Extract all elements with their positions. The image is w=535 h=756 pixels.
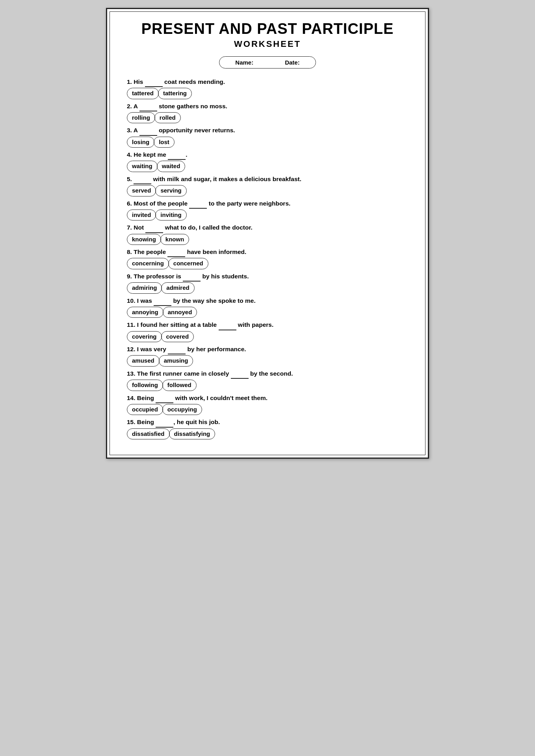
question-text: 7. Not what to do, I called the doctor. (127, 223, 408, 233)
option-item[interactable]: invited (127, 209, 156, 221)
option-item[interactable]: serving (155, 185, 186, 196)
question-text: 13. The first runner came in closely by … (127, 369, 408, 379)
option-item[interactable]: annoying (127, 307, 163, 318)
question-text: 14. Being with work, I couldn't meet the… (127, 393, 408, 403)
options-row: followingfollowed (127, 380, 408, 391)
question-block: 10. I was by the way she spoke to me.ann… (127, 296, 408, 318)
question-text: 11. I found her sitting at a table with … (127, 320, 408, 330)
option-item[interactable]: tattering (158, 88, 192, 99)
option-item[interactable]: losing (127, 137, 154, 148)
question-text: 2. A stone gathers no moss. (127, 102, 408, 111)
question-text: 6. Most of the people to the party were … (127, 199, 408, 209)
option-item[interactable]: admired (161, 282, 194, 294)
question-text: 15. Being , he quit his job. (127, 417, 408, 427)
options-row: invitedinviting (127, 209, 408, 221)
options-row: waitingwaited (127, 161, 408, 172)
question-block: 13. The first runner came in closely by … (127, 369, 408, 391)
option-item[interactable]: rolled (154, 112, 181, 124)
question-text: 9. The professor is by his students. (127, 272, 408, 282)
question-block: 15. Being , he quit his job.dissatisfied… (127, 417, 408, 439)
option-item[interactable]: dissatisfied (127, 428, 170, 440)
question-text: 5. with milk and sugar, it makes a delic… (127, 174, 408, 184)
option-item[interactable]: rolling (127, 112, 155, 124)
question-block: 3. A opportunity never returns.losinglos… (127, 126, 408, 148)
option-item[interactable]: waited (157, 161, 186, 172)
question-block: 9. The professor is by his students.admi… (127, 272, 408, 294)
option-item[interactable]: annoyed (163, 307, 197, 318)
question-block: 7. Not what to do, I called the doctor.k… (127, 223, 408, 245)
option-item[interactable]: served (127, 185, 156, 196)
name-label: Name: (235, 59, 253, 66)
option-item[interactable]: knowing (127, 234, 161, 245)
question-block: 11. I found her sitting at a table with … (127, 320, 408, 342)
option-item[interactable]: concerned (168, 258, 208, 269)
option-item[interactable]: occupied (127, 404, 163, 415)
worksheet-page: PRESENT AND PAST PARTICIPLE WORKSHEET Na… (106, 8, 429, 459)
option-item[interactable]: covered (161, 331, 194, 343)
option-item[interactable]: occupying (162, 404, 202, 415)
option-item[interactable]: inviting (155, 209, 186, 221)
question-block: 14. Being with work, I couldn't meet the… (127, 393, 408, 415)
options-row: coveringcovered (127, 331, 408, 343)
option-item[interactable]: tattered (127, 88, 159, 99)
option-item[interactable]: concerning (127, 258, 169, 269)
options-row: occupiedoccupying (127, 404, 408, 415)
name-date-box: Name: Date: (219, 56, 316, 69)
option-item[interactable]: known (160, 234, 189, 245)
question-text: 12. I was very by her performance. (127, 345, 408, 354)
question-block: 2. A stone gathers no moss.rollingrolled (127, 102, 408, 124)
question-text: 1. His coat needs mending. (127, 77, 408, 87)
option-item[interactable]: followed (162, 380, 197, 391)
questions-section: 1. His coat needs mending.tatteredtatter… (127, 77, 408, 439)
options-row: knowingknown (127, 234, 408, 245)
option-item[interactable]: following (127, 380, 163, 391)
option-item[interactable]: lost (154, 137, 175, 148)
options-row: losinglost (127, 137, 408, 148)
question-text: 3. A opportunity never returns. (127, 126, 408, 135)
question-block: 12. I was very by her performance.amused… (127, 345, 408, 367)
page-title: PRESENT AND PAST PARTICIPLE (127, 21, 408, 37)
question-text: 8. The people have been informed. (127, 247, 408, 257)
options-row: rollingrolled (127, 112, 408, 124)
option-item[interactable]: waiting (127, 161, 158, 172)
options-row: servedserving (127, 185, 408, 196)
question-block: 4. He kept me .waitingwaited (127, 150, 408, 172)
option-item[interactable]: covering (127, 331, 162, 343)
page-subtitle: WORKSHEET (127, 39, 408, 49)
options-row: tatteredtattering (127, 88, 408, 99)
question-block: 1. His coat needs mending.tatteredtatter… (127, 77, 408, 99)
question-block: 8. The people have been informed.concern… (127, 247, 408, 269)
options-row: admiringadmired (127, 282, 408, 294)
options-row: annoyingannoyed (127, 307, 408, 318)
options-row: concerningconcerned (127, 258, 408, 269)
question-block: 5. with milk and sugar, it makes a delic… (127, 174, 408, 196)
date-label: Date: (285, 59, 300, 66)
question-text: 10. I was by the way she spoke to me. (127, 296, 408, 306)
question-text: 4. He kept me . (127, 150, 408, 160)
options-row: dissatisfieddissatisfying (127, 428, 408, 440)
option-item[interactable]: amusing (159, 355, 193, 367)
option-item[interactable]: amused (127, 355, 160, 367)
options-row: amusedamusing (127, 355, 408, 367)
option-item[interactable]: dissatisfying (169, 428, 215, 440)
option-item[interactable]: admiring (127, 282, 162, 294)
name-date-row: Name: Date: (127, 56, 408, 69)
question-block: 6. Most of the people to the party were … (127, 199, 408, 221)
